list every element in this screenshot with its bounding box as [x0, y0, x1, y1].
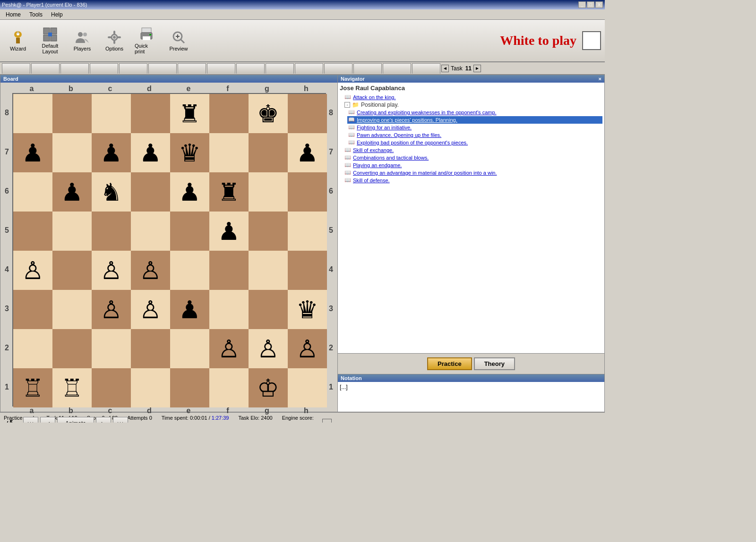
square-h2[interactable]: ♙	[288, 329, 327, 368]
nav-tab-12[interactable]	[324, 63, 352, 74]
converting-link[interactable]: Converting an advantage in material and/…	[353, 170, 497, 176]
menu-home[interactable]: Home	[2, 10, 25, 19]
endgame-link[interactable]: Playing an endgame.	[353, 162, 402, 168]
next-move-button[interactable]: ►	[96, 417, 111, 423]
square-d6[interactable]	[131, 172, 170, 212]
tree-item-converting[interactable]: 📖 Converting an advantage in material an…	[344, 169, 602, 177]
tree-item-endgame[interactable]: 📖 Playing an endgame.	[344, 161, 602, 169]
players-button[interactable]: Players	[68, 23, 96, 59]
square-d8[interactable]	[131, 94, 170, 133]
tree-item-improving[interactable]: 📖 Improving one's pieces' positions. Pla…	[347, 116, 602, 124]
next-task-arrow[interactable]: ►	[473, 65, 481, 72]
square-e2[interactable]	[170, 329, 209, 368]
square-d3[interactable]: ♙	[131, 290, 170, 329]
positional-toggle[interactable]: -	[344, 102, 350, 108]
square-c3[interactable]: ♙	[92, 290, 131, 329]
quick-print-button[interactable]: Quick print	[132, 23, 161, 59]
square-g2[interactable]: ♙	[249, 329, 288, 368]
reset-button[interactable]: ↺	[6, 418, 17, 423]
pawn-link[interactable]: Pawn advance. Opening up the files.	[357, 132, 441, 138]
square-f6[interactable]: ♜	[209, 172, 249, 212]
tree-item-positional[interactable]: - 📁 Positional play.	[344, 101, 602, 109]
exploiting-link[interactable]: Exploiting bad position of the opponent'…	[357, 140, 468, 145]
square-g4[interactable]	[249, 251, 288, 290]
square-a5[interactable]	[13, 212, 52, 251]
square-d4[interactable]: ♙	[131, 251, 170, 290]
first-move-button[interactable]: ⏮	[23, 417, 38, 423]
nav-tab-9[interactable]	[236, 63, 265, 74]
navigator-close-button[interactable]: ×	[599, 76, 601, 82]
maximize-button[interactable]: □	[587, 1, 594, 8]
close-button[interactable]: X	[595, 1, 603, 8]
tree-item-fighting[interactable]: 📖 Fighting for an initiative.	[347, 124, 602, 131]
tree-item-attack[interactable]: 📖 Attack on the king.	[344, 93, 602, 101]
square-f7[interactable]	[209, 133, 249, 172]
square-g5[interactable]	[249, 212, 288, 251]
creating-link[interactable]: Creating and exploiting weaknesses in th…	[357, 110, 497, 115]
nav-tab-3[interactable]	[60, 63, 89, 74]
square-a2[interactable]	[13, 329, 52, 368]
square-e3[interactable]: ♟	[170, 290, 209, 329]
prev-task-arrow[interactable]: ◄	[441, 65, 449, 72]
square-b8[interactable]	[52, 94, 92, 133]
square-a8[interactable]	[13, 94, 52, 133]
square-c4[interactable]: ♙	[92, 251, 131, 290]
fighting-link[interactable]: Fighting for an initiative.	[357, 125, 412, 130]
nav-tab-11[interactable]	[295, 63, 323, 74]
square-g8[interactable]: ♚	[249, 94, 288, 133]
nav-tab-2[interactable]	[31, 63, 60, 74]
animate-button[interactable]: Animate	[57, 417, 94, 423]
tree-item-creating[interactable]: 📖 Creating and exploiting weaknesses in …	[347, 109, 602, 116]
square-e6[interactable]: ♟	[170, 172, 209, 212]
square-f3[interactable]	[209, 290, 249, 329]
square-c7[interactable]: ♟	[92, 133, 131, 172]
prev-move-button[interactable]: ◄	[40, 417, 55, 423]
square-h7[interactable]: ♟	[288, 133, 327, 172]
tree-item-skill-defense[interactable]: 📖 Skill of defense.	[344, 177, 602, 184]
improving-link[interactable]: Improving one's pieces' positions. Plann…	[357, 117, 457, 123]
square-b7[interactable]	[52, 133, 92, 172]
square-c8[interactable]	[92, 94, 131, 133]
square-h5[interactable]	[288, 212, 327, 251]
square-f5[interactable]: ♟	[209, 212, 249, 251]
practice-button[interactable]: Practice	[427, 357, 472, 370]
square-h4[interactable]	[288, 251, 327, 290]
wizard-button[interactable]: Wizard	[4, 23, 32, 59]
square-g7[interactable]	[249, 133, 288, 172]
square-c5[interactable]	[92, 212, 131, 251]
square-a3[interactable]	[13, 290, 52, 329]
options-button[interactable]: Options	[100, 23, 129, 59]
square-f8[interactable]	[209, 94, 249, 133]
theory-button[interactable]: Theory	[474, 357, 515, 370]
square-a6[interactable]	[13, 172, 52, 212]
skill-exchange-link[interactable]: Skill of exchange.	[353, 147, 394, 153]
chess-board[interactable]: ♜ ♚ ♟ ♟ ♟ ♛ ♟ ♟ ♞	[12, 93, 326, 406]
square-b2[interactable]	[52, 329, 92, 368]
square-h8[interactable]	[288, 94, 327, 133]
preview-button[interactable]: Preview	[164, 23, 193, 59]
square-a7[interactable]: ♟	[13, 133, 52, 172]
default-layout-button[interactable]: Default Layout	[36, 23, 64, 59]
nav-tab-15[interactable]	[412, 63, 440, 74]
square-f2[interactable]: ♙	[209, 329, 249, 368]
square-g1[interactable]: ♔	[249, 368, 288, 407]
square-b3[interactable]	[52, 290, 92, 329]
square-b6[interactable]: ♟	[52, 172, 92, 212]
tree-item-pawn[interactable]: 📖 Pawn advance. Opening up the files.	[347, 131, 602, 139]
menu-tools[interactable]: Tools	[26, 10, 46, 19]
tree-item-skill-exchange[interactable]: 📖 Skill of exchange.	[344, 146, 602, 154]
square-f4[interactable]	[209, 251, 249, 290]
square-g6[interactable]	[249, 172, 288, 212]
square-c6[interactable]: ♞	[92, 172, 131, 212]
square-b5[interactable]	[52, 212, 92, 251]
tree-item-exploiting[interactable]: 📖 Exploiting bad position of the opponen…	[347, 139, 602, 146]
square-f1[interactable]	[209, 368, 249, 407]
last-move-button[interactable]: ⏭	[113, 417, 128, 423]
square-h3[interactable]: ♛	[288, 290, 327, 329]
square-h1[interactable]	[288, 368, 327, 407]
minimize-button[interactable]: _	[578, 1, 586, 8]
square-c1[interactable]	[92, 368, 131, 407]
square-d5[interactable]	[131, 212, 170, 251]
square-b1[interactable]: ♖	[52, 368, 92, 407]
square-c2[interactable]	[92, 329, 131, 368]
